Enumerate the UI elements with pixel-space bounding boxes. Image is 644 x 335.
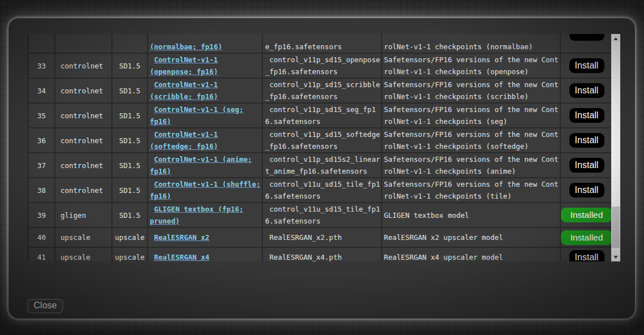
install-models-dialog: (normalbae; fp16) e_fp16.safetensors rol… bbox=[8, 18, 635, 319]
scroll-down-icon bbox=[613, 256, 618, 259]
model-name-cell: RealESRGAN x2 bbox=[148, 228, 263, 247]
model-action-cell: Install bbox=[561, 248, 612, 261]
installed-badge[interactable]: Installed bbox=[561, 230, 612, 245]
model-base-cell: SD1.5 bbox=[113, 104, 148, 127]
model-filename-cell: RealESRGAN_x2.pth bbox=[263, 228, 382, 247]
model-id-cell: 37 bbox=[29, 153, 55, 177]
model-name-cell: ControlNet-v1-1 (scribble; fp16) bbox=[148, 79, 263, 102]
model-base-cell: SD1.5 bbox=[113, 128, 148, 152]
model-type-cell: controlnet bbox=[55, 54, 113, 78]
model-description-cell: Safetensors/FP16 versions of the new Con… bbox=[382, 153, 561, 177]
model-type-cell: controlnet bbox=[55, 128, 113, 152]
model-base-cell: SD1.5 bbox=[113, 54, 148, 78]
model-name-link[interactable]: ControlNet-v1-1 (openpose; fp16) bbox=[150, 54, 261, 78]
model-name-link[interactable]: ControlNet-v1-1 (shuffle; fp16) bbox=[150, 178, 261, 202]
model-filename-cell: control_v11p_sd15_seg_fp16.safetensors bbox=[263, 104, 382, 127]
model-name-cell: ControlNet-v1-1 (seg; fp16) bbox=[148, 104, 263, 127]
model-table-scroll-area: (normalbae; fp16) e_fp16.safetensors rol… bbox=[28, 34, 620, 261]
model-name-link[interactable]: RealESRGAN x4 bbox=[150, 251, 261, 261]
model-description-cell: GLIGEN textbox model bbox=[382, 203, 561, 227]
model-description-cell: Safetensors/FP16 versions of the new Con… bbox=[382, 104, 561, 127]
model-base-cell: SD1.5 bbox=[113, 79, 148, 102]
table-row: 37controlnetSD1.5ControlNet-v1-1 (anime;… bbox=[29, 153, 612, 178]
model-name-link[interactable]: (normalbae; fp16) bbox=[150, 41, 222, 53]
model-base-cell: upscale bbox=[113, 228, 148, 247]
model-type-cell: gligen bbox=[55, 203, 113, 227]
scroll-down-button[interactable] bbox=[611, 252, 620, 261]
model-action-cell: Install bbox=[561, 178, 612, 202]
scrollbar[interactable] bbox=[611, 34, 620, 261]
table-row: 36controlnetSD1.5ControlNet-v1-1 (softed… bbox=[29, 128, 612, 153]
table-row: 40upscaleupscaleRealESRGAN x2RealESRGAN_… bbox=[29, 228, 612, 248]
model-type-cell: upscale bbox=[55, 228, 113, 247]
model-description-cell: Safetensors/FP16 versions of the new Con… bbox=[382, 128, 561, 152]
model-name-cell: RealESRGAN x4 bbox=[148, 248, 263, 261]
model-id-cell: 35 bbox=[29, 104, 55, 127]
scroll-up-button[interactable] bbox=[611, 34, 620, 43]
model-name-link[interactable]: GLIGEN textbox (fp16; pruned) bbox=[150, 203, 261, 227]
model-name-cell: ControlNet-v1-1 (openpose; fp16) bbox=[148, 54, 263, 78]
install-button[interactable]: Install bbox=[569, 58, 604, 73]
close-button[interactable]: Close bbox=[27, 299, 63, 313]
model-name-cell: (normalbae; fp16) bbox=[148, 34, 263, 53]
model-action-cell: Install bbox=[561, 153, 612, 177]
model-type-cell: controlnet bbox=[55, 178, 113, 202]
model-description-cell: rolNet-v1-1 checkpoints (normalbae) bbox=[382, 34, 561, 53]
table-row: 35controlnetSD1.5ControlNet-v1-1 (seg; f… bbox=[29, 104, 612, 128]
model-filename-cell: control_v11p_sd15_openpose_fp16.safetens… bbox=[263, 54, 382, 78]
model-description-cell: Safetensors/FP16 versions of the new Con… bbox=[382, 79, 561, 102]
model-name-link[interactable]: ControlNet-v1-1 (anime; fp16) bbox=[150, 153, 261, 177]
model-name-cell: GLIGEN textbox (fp16; pruned) bbox=[148, 203, 263, 227]
table-row: 33controlnetSD1.5ControlNet-v1-1 (openpo… bbox=[29, 54, 612, 79]
model-action-cell: Install bbox=[561, 128, 612, 152]
model-action-cell: Install bbox=[561, 54, 612, 78]
model-base-cell bbox=[113, 34, 148, 53]
install-button[interactable]: Install bbox=[569, 108, 604, 123]
model-name-link[interactable]: ControlNet-v1-1 (seg; fp16) bbox=[150, 104, 261, 127]
model-id-cell: 41 bbox=[29, 248, 55, 261]
model-type-cell: controlnet bbox=[55, 104, 113, 127]
model-base-cell: SD1.5 bbox=[113, 153, 148, 177]
scrollbar-thumb[interactable] bbox=[612, 207, 620, 248]
model-table: (normalbae; fp16) e_fp16.safetensors rol… bbox=[28, 34, 612, 261]
model-type-cell bbox=[55, 34, 113, 53]
model-description-cell: RealESRGAN x4 upscaler model bbox=[382, 248, 561, 261]
install-button-clipped[interactable] bbox=[569, 34, 604, 41]
model-id-cell: 40 bbox=[29, 228, 55, 247]
model-id-cell: 38 bbox=[29, 178, 55, 202]
table-row: 41upscaleupscaleRealESRGAN x4RealESRGAN_… bbox=[29, 248, 612, 261]
install-button[interactable]: Install bbox=[569, 83, 604, 98]
model-description-cell: Safetensors/FP16 versions of the new Con… bbox=[382, 54, 561, 78]
installed-badge[interactable]: Installed bbox=[561, 208, 612, 222]
table-row-clipped: (normalbae; fp16) e_fp16.safetensors rol… bbox=[29, 34, 612, 54]
install-button[interactable]: Install bbox=[569, 183, 604, 197]
install-button[interactable]: Install bbox=[569, 158, 604, 173]
model-base-cell: SD1.5 bbox=[113, 203, 148, 227]
table-row: 38controlnetSD1.5ControlNet-v1-1 (shuffl… bbox=[29, 178, 612, 203]
model-type-cell: controlnet bbox=[55, 153, 113, 177]
model-name-cell: ControlNet-v1-1 (softedge; fp16) bbox=[148, 128, 263, 152]
model-action-cell: Installed bbox=[561, 228, 612, 247]
model-name-link[interactable]: ControlNet-v1-1 (scribble; fp16) bbox=[150, 79, 261, 102]
scroll-up-icon bbox=[613, 37, 618, 40]
model-filename-cell: control_v11p_sd15_scribble_fp16.safetens… bbox=[263, 79, 382, 102]
table-row: 34controlnetSD1.5ControlNet-v1-1 (scribb… bbox=[29, 79, 612, 104]
install-button[interactable]: Install bbox=[569, 250, 604, 262]
install-button[interactable]: Install bbox=[569, 133, 604, 148]
model-action-cell: Installed bbox=[561, 203, 612, 227]
model-id-cell: 39 bbox=[29, 203, 55, 227]
model-filename-cell: control_v11p_sd15s2_lineart_anime_fp16.s… bbox=[263, 153, 382, 177]
model-id-cell: 33 bbox=[29, 54, 55, 78]
model-action-cell bbox=[561, 34, 612, 53]
model-type-cell: controlnet bbox=[55, 79, 113, 102]
model-filename-cell: control_v11u_sd15_tile_fp16.safetensors bbox=[263, 178, 382, 202]
model-filename-cell: e_fp16.safetensors bbox=[263, 34, 382, 53]
model-id-cell: 36 bbox=[29, 128, 55, 152]
model-filename-cell: RealESRGAN_x4.pth bbox=[263, 248, 382, 261]
model-name-link[interactable]: RealESRGAN x2 bbox=[150, 231, 261, 243]
model-action-cell: Install bbox=[561, 104, 612, 127]
model-description-cell: Safetensors/FP16 versions of the new Con… bbox=[382, 178, 561, 202]
model-description-cell: RealESRGAN x2 upscaler model bbox=[382, 228, 561, 247]
model-name-link[interactable]: ControlNet-v1-1 (softedge; fp16) bbox=[150, 128, 261, 152]
model-action-cell: Install bbox=[561, 79, 612, 102]
